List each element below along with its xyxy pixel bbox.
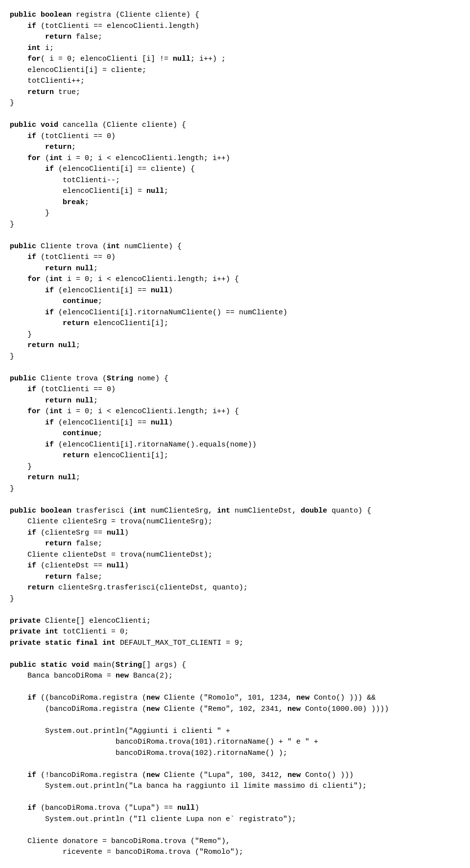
code-line (10, 362, 455, 374)
code-line: bancoDiRoma.trova(101).ritornaName() + "… (10, 737, 455, 748)
code-line: if ((bancoDiRoma.registra (new Cliente (… (10, 693, 455, 704)
code-line: } (10, 208, 455, 219)
code-line: totClienti++; (10, 76, 455, 87)
code-line: if (clienteDst == null) (10, 561, 455, 572)
code-line (10, 230, 455, 241)
code-line: if (clienteSrg == null) (10, 528, 455, 539)
code-line: public Cliente trova (String nome) { (10, 374, 455, 385)
code-line: return null; (10, 396, 455, 407)
code-line (10, 715, 455, 726)
code-line: break; (10, 197, 455, 209)
code-line: } (10, 219, 455, 231)
code-line: private int totClienti = 0; (10, 627, 455, 638)
code-line: if (elencoClienti[i] == null) (10, 285, 455, 297)
code-line: } (10, 352, 455, 363)
code-line: System.out.println("La banca ha raggiunt… (10, 781, 455, 792)
code-line: Cliente donatore = bancoDiRoma.trova ("R… (10, 836, 455, 847)
code-line: for (int i = 0; i < elencoClienti.length… (10, 406, 455, 418)
code-line: public boolean trasferisci (int numClien… (10, 506, 455, 517)
code-line: totClienti--; (10, 175, 455, 187)
code-line: return; (10, 142, 455, 153)
code-line: public void cancella (Cliente cliente) { (10, 120, 455, 131)
code-line (10, 605, 455, 616)
code-line: if (totClienti == 0) (10, 252, 455, 263)
code-line: if (!bancoDiRoma.registra (new Cliente (… (10, 770, 455, 781)
code-line (10, 792, 455, 803)
code-line: } (10, 329, 455, 341)
code-line: public Cliente trova (int numCliente) { (10, 241, 455, 253)
code-line: ricevente = bancoDiRoma.trova ("Romolo")… (10, 847, 455, 858)
code-line: if (totClienti == elencoClienti.length) (10, 21, 455, 32)
code-line: } (10, 484, 455, 495)
code-line: elencoClienti[i] = cliente; (10, 65, 455, 76)
code-line (10, 858, 455, 868)
code-line: private static final int DEFAULT_MAX_TOT… (10, 638, 455, 649)
code-line: continue; (10, 428, 455, 440)
code-line: } (10, 594, 455, 605)
code-line: for (int i = 0; i < elencoClienti.length… (10, 274, 455, 285)
code-line: if (elencoClienti[i] == cliente) { (10, 164, 455, 175)
code-line: if (elencoClienti[i] == null) (10, 418, 455, 429)
code-line: return false; (10, 572, 455, 583)
code-line: Cliente clienteDst = trova(numClienteDst… (10, 550, 455, 561)
code-line: private Cliente[] elencoClienti; (10, 616, 455, 627)
code-line: elencoClienti[i] = null; (10, 186, 455, 197)
code-line: if (totClienti == 0) (10, 131, 455, 142)
code-line (10, 825, 455, 836)
code-line: if (totClienti == 0) (10, 384, 455, 396)
code-line: return false; (10, 32, 455, 43)
code-line: for( i = 0; elencoClienti [i] != null; i… (10, 54, 455, 65)
code-line: return null; (10, 340, 455, 352)
code-line: return true; (10, 87, 455, 98)
code-line: return null; (10, 263, 455, 275)
code-line: return elencoClienti[i]; (10, 450, 455, 462)
code-line: public static void main(String[] args) { (10, 660, 455, 671)
code-line: Cliente clienteSrg = trova(numClienteSrg… (10, 516, 455, 528)
code-line: return clienteSrg.trasferisci(clienteDst… (10, 583, 455, 594)
code-line: return elencoClienti[i]; (10, 318, 455, 329)
code-line: if (elencoClienti[i].ritornaNumCliente()… (10, 307, 455, 319)
code-line (10, 494, 455, 506)
code-line (10, 759, 455, 770)
code-line: (bancoDiRoma.registra (new Cliente ("Rem… (10, 704, 455, 715)
code-line: Banca bancoDiRoma = new Banca(2); (10, 671, 455, 682)
code-line (10, 109, 455, 120)
code-line: } (10, 98, 455, 109)
code-line: if (elencoClienti[i].ritornaName().equal… (10, 440, 455, 451)
code-line (10, 682, 455, 693)
code-line: System.out.println("Aggiunti i clienti "… (10, 726, 455, 737)
code-line: for (int i = 0; i < elencoClienti.length… (10, 153, 455, 164)
code-line: return false; (10, 539, 455, 550)
code-line (10, 649, 455, 660)
code-line: int i; (10, 43, 455, 54)
code-block: public boolean registra (Cliente cliente… (0, 0, 470, 868)
code-line: continue; (10, 296, 455, 307)
code-line: } (10, 462, 455, 473)
code-line: bancoDiRoma.trova(102).ritornaName() ); (10, 748, 455, 759)
code-line: System.out.println ("Il cliente Lupa non… (10, 814, 455, 825)
code-line: if (bancoDiRoma.trova ("Lupa") == null) (10, 803, 455, 814)
code-line: return null; (10, 472, 455, 484)
code-line: public boolean registra (Cliente cliente… (10, 10, 455, 21)
